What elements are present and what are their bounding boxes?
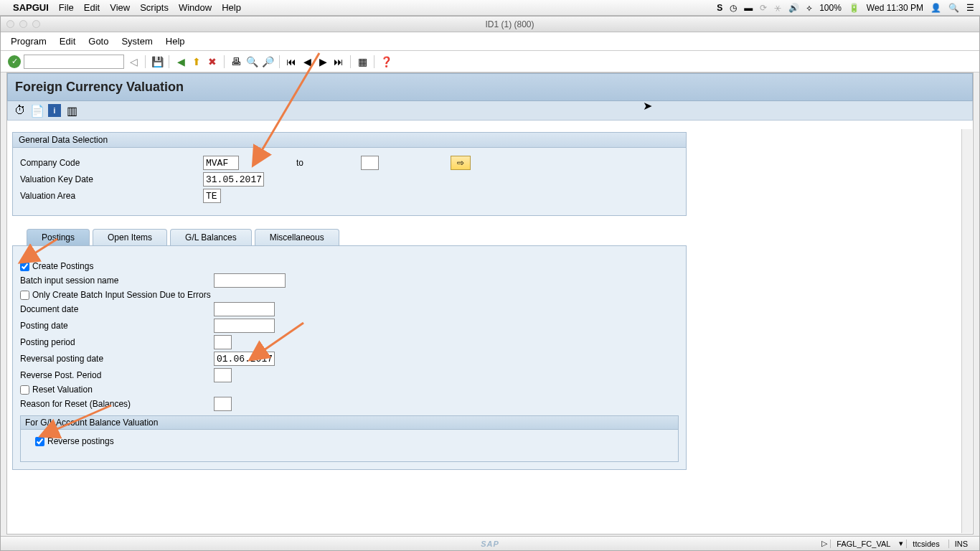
batch-name-field[interactable] — [214, 273, 286, 288]
general-data-group: General Data Selection Company Code to ⇨… — [12, 132, 687, 216]
sap-menu-system[interactable]: System — [121, 36, 152, 47]
reverse-period-label: Reverse Post. Period — [20, 370, 214, 380]
save-icon[interactable]: 💾 — [151, 55, 164, 68]
statusbar: SAP ▷ FAGL_FC_VAL ▾ ttcsides INS — [1, 536, 979, 550]
last-page-icon[interactable]: ⏭ — [332, 55, 345, 68]
first-page-icon[interactable]: ⏮ — [285, 55, 298, 68]
valuation-area-field[interactable] — [203, 189, 221, 203]
sap-menubar: Program Edit Goto System Help — [1, 32, 979, 51]
battery-box-icon[interactable]: ▬ — [744, 3, 753, 13]
tab-gl-balances[interactable]: G/L Balances — [170, 229, 252, 245]
window-title: ID1 (1) (800) — [40, 19, 979, 29]
gl-balance-subheader: For G/L Account Balance Valuation — [20, 415, 679, 430]
clock-status-icon[interactable]: ◷ — [730, 3, 737, 13]
reverse-postings-checkbox[interactable] — [35, 437, 44, 446]
posting-date-field[interactable] — [214, 319, 275, 333]
sap-window: ID1 (1) (800) Program Edit Goto System H… — [0, 16, 980, 551]
mac-menu-help[interactable]: Help — [222, 2, 241, 13]
back-dropdown-icon[interactable]: ◁ — [127, 55, 140, 68]
vertical-scrollbar[interactable] — [961, 129, 972, 533]
reverse-postings-label: Reverse postings — [47, 436, 114, 446]
sap-toolbar: ✓ ◁ 💾 ◀ ⬆ ✖ 🖶 🔍 🔎 ⏮ ◀ ▶ ⏭ ▦ ❓ — [1, 51, 979, 72]
info-icon[interactable]: i — [48, 104, 61, 117]
user-icon[interactable]: 👤 — [930, 3, 941, 13]
page-title: Foreign Currency Valuation — [7, 73, 973, 101]
traffic-lights[interactable] — [6, 20, 40, 28]
status-dropdown-icon[interactable]: ▾ — [899, 539, 903, 548]
status-transaction[interactable]: FAGL_FC_VAL — [830, 540, 896, 548]
mac-menu-scripts[interactable]: Scripts — [140, 2, 169, 13]
to-label: to — [282, 158, 318, 168]
app-toolbar: ⏱ 📄 i ▥ — [7, 101, 973, 121]
mac-menu-view[interactable]: View — [110, 2, 130, 13]
find-next-icon[interactable]: 🔎 — [261, 55, 274, 68]
key-date-field[interactable] — [203, 172, 264, 187]
print-icon[interactable]: 🖶 — [230, 55, 242, 68]
status-nav-icon[interactable]: ▷ — [821, 539, 827, 548]
layout-icon[interactable]: ▥ — [65, 104, 78, 117]
help-icon[interactable]: ❓ — [380, 55, 392, 68]
reason-reset-field[interactable] — [214, 397, 232, 411]
sap-menu-goto[interactable]: Goto — [88, 36, 108, 47]
new-session-icon[interactable]: ▦ — [356, 55, 369, 68]
sap-menu-program[interactable]: Program — [11, 36, 47, 47]
reverse-period-field[interactable] — [214, 368, 232, 382]
next-page-icon[interactable]: ▶ — [316, 55, 329, 68]
create-postings-label: Create Postings — [32, 261, 93, 271]
reversal-date-field[interactable] — [214, 352, 275, 366]
company-code-to-field[interactable] — [361, 156, 379, 170]
tab-open-items[interactable]: Open Items — [93, 229, 167, 245]
sap-status-icon[interactable]: S — [717, 3, 722, 13]
only-batch-checkbox[interactable] — [20, 291, 29, 300]
only-batch-label: Only Create Batch Input Session Due to E… — [32, 290, 211, 300]
mac-clock[interactable]: Wed 11:30 PM — [867, 3, 923, 13]
enter-icon[interactable]: ✓ — [8, 55, 21, 68]
cancel-icon[interactable]: ✖ — [206, 55, 219, 68]
mac-menu-window[interactable]: Window — [179, 2, 212, 13]
tabstrip: Postings Open Items G/L Balances Miscell… — [12, 229, 687, 245]
multiple-selection-button[interactable]: ⇨ — [451, 156, 471, 170]
valuation-area-label: Valuation Area — [20, 191, 203, 201]
document-date-field[interactable] — [214, 302, 275, 316]
bluetooth-icon[interactable]: ⚹ — [774, 3, 781, 13]
mac-menubar: SAPGUI File Edit View Scripts Window Hel… — [0, 0, 980, 16]
mac-menu-file[interactable]: File — [59, 2, 74, 13]
reason-reset-label: Reason for Reset (Balances) — [20, 399, 214, 409]
sap-logo: SAP — [481, 540, 499, 548]
posting-period-field[interactable] — [214, 335, 232, 349]
tab-miscellaneous[interactable]: Miscellaneous — [255, 229, 339, 245]
content-area: Foreign Currency Valuation ⏱ 📄 i ▥ Gener… — [6, 72, 974, 534]
status-mode: INS — [948, 540, 974, 548]
battery-percent[interactable]: 100% — [819, 3, 842, 13]
tab-body-postings: Create Postings Batch input session name… — [12, 245, 687, 470]
window-titlebar: ID1 (1) (800) — [1, 17, 979, 32]
find-icon[interactable]: 🔍 — [245, 55, 258, 68]
mac-app-name[interactable]: SAPGUI — [13, 2, 49, 13]
back-icon[interactable]: ◀ — [174, 55, 187, 68]
wifi-icon[interactable]: ⟡ — [806, 3, 812, 13]
prev-page-icon[interactable]: ◀ — [301, 55, 314, 68]
batch-name-label: Batch input session name — [20, 276, 214, 286]
status-user: ttcsides — [906, 540, 945, 548]
reversal-date-label: Reversal posting date — [20, 354, 214, 364]
sap-menu-edit[interactable]: Edit — [60, 36, 75, 47]
reset-valuation-label: Reset Valuation — [32, 385, 93, 395]
command-field[interactable] — [24, 55, 124, 69]
posting-date-label: Posting date — [20, 321, 214, 331]
exit-icon[interactable]: ⬆ — [190, 55, 203, 68]
battery-icon[interactable]: 🔋 — [849, 3, 859, 13]
mac-status-right: S ◷ ▬ ⟳ ⚹ 🔊 ⟡ 100% 🔋 Wed 11:30 PM 👤 🔍 ☰ — [717, 3, 974, 13]
company-code-field[interactable] — [203, 156, 239, 170]
volume-icon[interactable]: 🔊 — [788, 3, 799, 13]
create-postings-checkbox[interactable] — [20, 262, 29, 271]
execute-icon[interactable]: ⏱ — [14, 104, 27, 117]
mac-menu-edit[interactable]: Edit — [84, 2, 100, 13]
variant-icon[interactable]: 📄 — [31, 104, 44, 117]
spotlight-icon[interactable]: 🔍 — [948, 3, 959, 13]
reset-valuation-checkbox[interactable] — [20, 385, 29, 395]
sync-icon[interactable]: ⟳ — [760, 3, 767, 13]
key-date-label: Valuation Key Date — [20, 174, 203, 184]
tab-postings[interactable]: Postings — [27, 229, 90, 245]
sap-menu-help[interactable]: Help — [166, 36, 185, 47]
menu-extra-icon[interactable]: ☰ — [966, 3, 974, 13]
